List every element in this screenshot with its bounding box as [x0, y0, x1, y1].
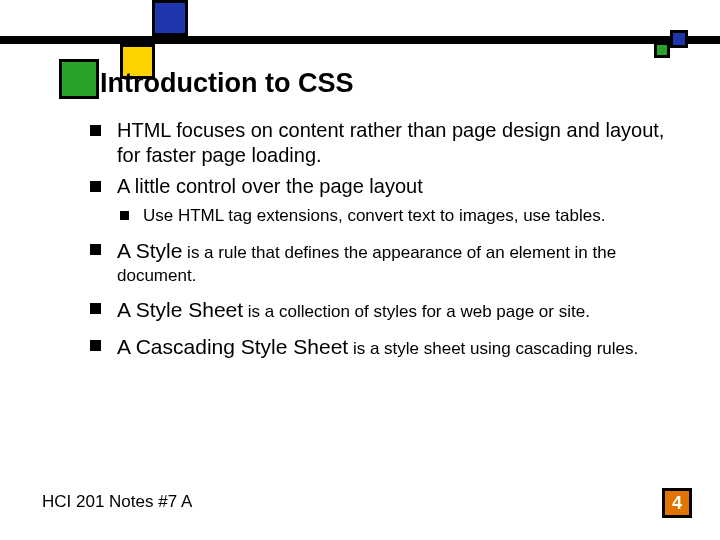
bullet-rest: is a style sheet using cascading rules. [348, 339, 638, 358]
bullet-icon [90, 303, 101, 314]
bullet-lead: A Style [117, 239, 182, 262]
bullet-icon [90, 244, 101, 255]
bullet-level1: A Style is a rule that defines the appea… [90, 237, 690, 288]
bullet-level1: HTML focuses on content rather than page… [90, 118, 690, 168]
bullet-level2: Use HTML tag extensions, convert text to… [120, 205, 690, 227]
deco-square-green-large [59, 59, 99, 99]
bullet-icon [120, 211, 129, 220]
bullet-text: HTML focuses on content rather than page… [117, 118, 690, 168]
bullet-level1: A Style Sheet is a collection of styles … [90, 296, 690, 324]
page-number: 4 [662, 488, 692, 518]
deco-square-green-small [654, 42, 670, 58]
bullet-icon [90, 181, 101, 192]
bullet-text: Use HTML tag extensions, convert text to… [143, 205, 605, 227]
bullet-lead: A Style Sheet [117, 298, 243, 321]
deco-square-blue-large [152, 0, 188, 36]
bullet-rest: is a collection of styles for a web page… [243, 302, 590, 321]
bullet-lead: A Cascading Style Sheet [117, 335, 348, 358]
bullet-icon [90, 125, 101, 136]
deco-square-blue-small [670, 30, 688, 48]
bullet-text: A little control over the page layout [117, 174, 423, 199]
footer-text: HCI 201 Notes #7 A [42, 492, 192, 512]
header-bar [0, 36, 720, 44]
bullet-level1: A little control over the page layout [90, 174, 690, 199]
bullet-level1: A Cascading Style Sheet is a style sheet… [90, 333, 690, 361]
slide-title: Introduction to CSS [100, 68, 353, 99]
page-number-value: 4 [672, 493, 682, 514]
bullet-rest: is a rule that defines the appearance of… [117, 243, 616, 285]
bullet-icon [90, 340, 101, 351]
slide-body: HTML focuses on content rather than page… [90, 118, 690, 367]
